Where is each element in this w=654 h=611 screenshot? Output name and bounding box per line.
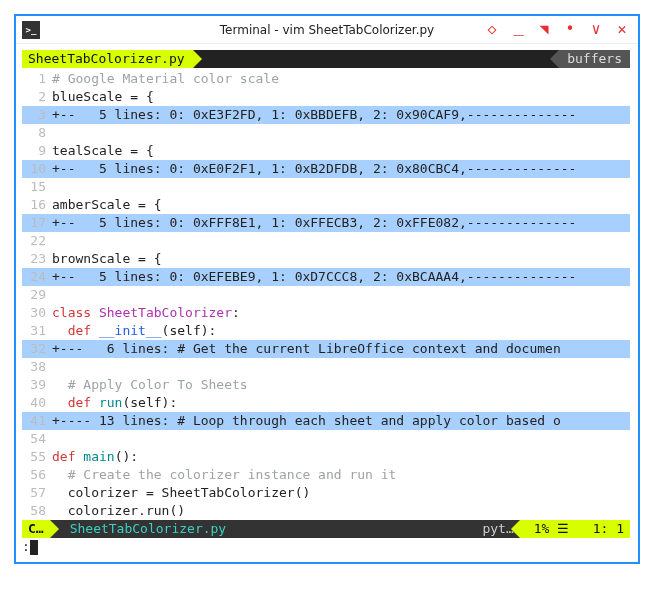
terminal-area[interactable]: SheetTabColorizer.py buffers 1# Google M…	[16, 44, 638, 562]
status-filetype: pyt…	[476, 520, 519, 538]
fold-line[interactable]: 24+-- 5 lines: 0: 0xEFEBE9, 1: 0xD7CCC8,…	[22, 268, 630, 286]
line-text: tealScale = {	[52, 142, 630, 160]
code-line: 55def main():	[22, 448, 630, 466]
line-text: +--- 6 lines: # Get the current LibreOff…	[52, 340, 630, 358]
line-number: 38	[22, 358, 52, 376]
command-line[interactable]: :	[22, 538, 630, 556]
status-mode: C…	[22, 520, 50, 538]
cursor	[30, 540, 38, 555]
code-line: 40 def run(self):	[22, 394, 630, 412]
line-number: 29	[22, 286, 52, 304]
status-filename: SheetTabColorizer.py	[50, 520, 477, 538]
fold-line[interactable]: 32+--- 6 lines: # Get the current LibreO…	[22, 340, 630, 358]
window-title: Terminal - vim SheetTabColorizer.py	[220, 23, 434, 37]
line-text: +-- 5 lines: 0: 0xE3F2FD, 1: 0xBBDEFB, 2…	[52, 106, 630, 124]
code-line: 57 colorizer = SheetTabColorizer()	[22, 484, 630, 502]
code-line: 30class SheetTabColorizer:	[22, 304, 630, 322]
code-line: 16amberScale = {	[22, 196, 630, 214]
line-number: 8	[22, 124, 52, 142]
line-number: 30	[22, 304, 52, 322]
tab-buffers[interactable]: buffers	[559, 50, 630, 68]
line-number: 40	[22, 394, 52, 412]
line-number: 56	[22, 466, 52, 484]
code-line: 22	[22, 232, 630, 250]
fold-line[interactable]: 41+---- 13 lines: # Loop through each sh…	[22, 412, 630, 430]
code-line: 15	[22, 178, 630, 196]
line-text: amberScale = {	[52, 196, 630, 214]
code-line: 54	[22, 430, 630, 448]
code-line: 58 colorizer.run()	[22, 502, 630, 520]
line-number: 39	[22, 376, 52, 394]
line-number: 22	[22, 232, 52, 250]
line-text: +-- 5 lines: 0: 0xEFEBE9, 1: 0xD7CCC8, 2…	[52, 268, 630, 286]
line-text: # Apply Color To Sheets	[52, 376, 630, 394]
line-number: 16	[22, 196, 52, 214]
window-close-button[interactable]: ✕	[614, 22, 630, 37]
code-line: 8	[22, 124, 630, 142]
code-line: 2blueScale = {	[22, 88, 630, 106]
line-text: colorizer.run()	[52, 502, 630, 520]
line-number: 31	[22, 322, 52, 340]
window-buttons: ◇ ＿ ◥ • ∨ ✕	[484, 22, 638, 37]
line-number: 32	[22, 340, 52, 358]
line-number: 24	[22, 268, 52, 286]
vim-tabline: SheetTabColorizer.py buffers	[22, 50, 630, 68]
line-number: 58	[22, 502, 52, 520]
line-number: 2	[22, 88, 52, 106]
line-number: 41	[22, 412, 52, 430]
fold-line[interactable]: 3+-- 5 lines: 0: 0xE3F2FD, 1: 0xBBDEFB, …	[22, 106, 630, 124]
line-number: 55	[22, 448, 52, 466]
code-line: 29	[22, 286, 630, 304]
fold-line[interactable]: 10+-- 5 lines: 0: 0xE0F2F1, 1: 0xB2DFDB,…	[22, 160, 630, 178]
code-line: 9tealScale = {	[22, 142, 630, 160]
titlebar: >_ Terminal - vim SheetTabColorizer.py ◇…	[16, 16, 638, 44]
terminal-window: >_ Terminal - vim SheetTabColorizer.py ◇…	[14, 14, 640, 564]
window-maximize-button[interactable]: ◥	[536, 22, 552, 37]
line-text: class SheetTabColorizer:	[52, 304, 630, 322]
menu-icon: ☰	[557, 520, 569, 538]
line-text: # Create the colorizer instance and run …	[52, 466, 630, 484]
line-number: 3	[22, 106, 52, 124]
line-text: def __init__(self):	[52, 322, 630, 340]
code-line: 56 # Create the colorizer instance and r…	[22, 466, 630, 484]
line-text: # Google Material color scale	[52, 70, 630, 88]
line-number: 54	[22, 430, 52, 448]
code-line: 39 # Apply Color To Sheets	[22, 376, 630, 394]
line-number: 15	[22, 178, 52, 196]
window-dot-button[interactable]: •	[562, 22, 578, 37]
line-text: +-- 5 lines: 0: 0xFFF8E1, 1: 0xFFECB3, 2…	[52, 214, 630, 232]
code-line: 31 def __init__(self):	[22, 322, 630, 340]
window-stick-button[interactable]: ◇	[484, 22, 500, 37]
window-shade-button[interactable]: ∨	[588, 22, 604, 37]
line-text: colorizer = SheetTabColorizer()	[52, 484, 630, 502]
code-line: 38	[22, 358, 630, 376]
code-line: 23brownScale = {	[22, 250, 630, 268]
line-text: +---- 13 lines: # Loop through each shee…	[52, 412, 630, 430]
line-number: 23	[22, 250, 52, 268]
window-minimize-button[interactable]: ＿	[510, 22, 526, 37]
line-text: brownScale = {	[52, 250, 630, 268]
line-number: 10	[22, 160, 52, 178]
line-number: 57	[22, 484, 52, 502]
status-position: 1% ☰ 1: 1	[520, 520, 630, 538]
line-number: 17	[22, 214, 52, 232]
line-number: 1	[22, 70, 52, 88]
fold-line[interactable]: 17+-- 5 lines: 0: 0xFFF8E1, 1: 0xFFECB3,…	[22, 214, 630, 232]
line-text: def main():	[52, 448, 630, 466]
tab-active[interactable]: SheetTabColorizer.py	[22, 50, 193, 68]
line-text: +-- 5 lines: 0: 0xE0F2F1, 1: 0xB2DFDB, 2…	[52, 160, 630, 178]
line-text: blueScale = {	[52, 88, 630, 106]
line-text: def run(self):	[52, 394, 630, 412]
line-number: 9	[22, 142, 52, 160]
terminal-icon: >_	[22, 21, 40, 39]
statusline: C… SheetTabColorizer.py pyt… 1% ☰ 1: 1	[22, 520, 630, 538]
code-line: 1# Google Material color scale	[22, 70, 630, 88]
code-area[interactable]: 1# Google Material color scale2blueScale…	[22, 70, 630, 520]
